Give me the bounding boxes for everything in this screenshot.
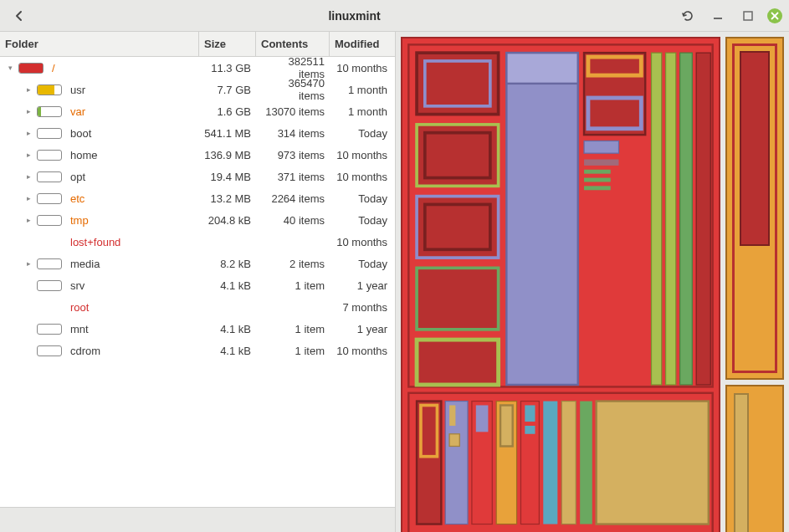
- svg-rect-24: [666, 53, 676, 385]
- window-controls: [677, 5, 782, 27]
- folder-name: cdrom: [70, 345, 100, 357]
- svg-rect-41: [561, 402, 576, 524]
- table-row[interactable]: ▸var1.6 GB13070 items1 month: [0, 100, 395, 122]
- chevron-right-icon[interactable]: ▸: [23, 216, 33, 224]
- column-modified[interactable]: Modified: [330, 32, 392, 56]
- usage-bar: [37, 345, 62, 356]
- usage-bar: [37, 106, 62, 117]
- minimize-button[interactable]: [707, 5, 729, 27]
- column-folder[interactable]: Folder: [0, 32, 199, 56]
- chevron-right-icon[interactable]: ▸: [23, 107, 33, 115]
- usage-bar: [37, 84, 62, 95]
- treemap-panel: [396, 32, 789, 532]
- table-row[interactable]: ▸tmp204.8 kB40 itemsToday: [0, 209, 395, 231]
- svg-rect-39: [525, 426, 535, 434]
- table-row[interactable]: ▾/11.3 GB382511 items10 months: [0, 57, 395, 79]
- folder-cell[interactable]: cdrom: [0, 345, 199, 357]
- svg-rect-16: [588, 57, 641, 75]
- side-block-top[interactable]: [725, 37, 784, 380]
- table-row[interactable]: ▸opt19.4 MB371 items10 months: [0, 166, 395, 187]
- folder-cell[interactable]: mnt: [0, 323, 199, 335]
- table-row[interactable]: root7 months: [0, 296, 395, 318]
- contents-cell: 1 item: [256, 279, 330, 292]
- table-row[interactable]: ▸media8.2 kB2 itemsToday: [0, 253, 395, 274]
- table-row[interactable]: ▸etc13.2 MB2264 itemsToday: [0, 187, 395, 209]
- svg-rect-22: [584, 186, 611, 190]
- chevron-down-icon[interactable]: ▾: [5, 64, 15, 72]
- svg-rect-11: [417, 268, 499, 329]
- contents-cell: 371 items: [256, 171, 330, 183]
- table-row[interactable]: ▸home136.9 MB973 items10 months: [0, 144, 395, 166]
- usage-bar: [37, 258, 62, 269]
- usage-bar: [37, 128, 62, 139]
- folder-cell[interactable]: lost+found: [0, 236, 199, 248]
- table-row[interactable]: lost+found10 months: [0, 231, 395, 253]
- close-button[interactable]: [767, 8, 782, 23]
- chevron-right-icon[interactable]: ▸: [23, 151, 33, 159]
- svg-rect-23: [652, 53, 662, 385]
- folder-cell[interactable]: ▾/: [0, 62, 199, 74]
- table-row[interactable]: cdrom4.1 kB1 item10 months: [0, 340, 395, 361]
- svg-rect-29: [421, 405, 438, 456]
- refresh-button[interactable]: [677, 5, 699, 27]
- folder-name: usr: [70, 84, 85, 96]
- modified-cell: 10 months: [330, 345, 392, 357]
- modified-cell: 1 year: [330, 323, 392, 335]
- svg-rect-38: [525, 405, 535, 422]
- chevron-right-icon[interactable]: ▸: [23, 259, 33, 268]
- size-cell: 8.2 kB: [199, 258, 256, 270]
- usage-bar: [37, 150, 62, 161]
- svg-rect-20: [584, 170, 611, 174]
- svg-rect-17: [588, 98, 641, 129]
- svg-rect-8: [425, 133, 490, 178]
- contents-cell: 2 items: [256, 258, 330, 270]
- folder-name: media: [70, 258, 100, 270]
- folder-name: srv: [70, 279, 85, 292]
- table-row[interactable]: srv4.1 kB1 item1 year: [0, 274, 395, 296]
- modified-cell: Today: [330, 192, 392, 205]
- svg-rect-19: [584, 160, 618, 166]
- folder-cell[interactable]: ▸var: [0, 105, 199, 118]
- contents-cell: 314 items: [256, 127, 330, 140]
- tree-body[interactable]: ▾/11.3 GB382511 items10 months▸usr7.7 GB…: [0, 57, 395, 507]
- folder-cell[interactable]: ▸usr: [0, 84, 199, 96]
- folder-cell[interactable]: ▸opt: [0, 171, 199, 183]
- svg-rect-14: [506, 53, 577, 84]
- chevron-right-icon[interactable]: ▸: [23, 129, 33, 137]
- folder-cell[interactable]: ▸etc: [0, 192, 199, 205]
- modified-cell: 1 year: [330, 279, 392, 292]
- svg-rect-6: [425, 61, 490, 106]
- table-row[interactable]: mnt4.1 kB1 item1 year: [0, 318, 395, 340]
- treemap-side[interactable]: [725, 37, 784, 532]
- folder-cell[interactable]: ▸boot: [0, 127, 199, 140]
- contents-cell: 2264 items: [256, 192, 330, 205]
- svg-rect-21: [584, 178, 611, 182]
- side-block-mid[interactable]: [725, 385, 784, 532]
- chevron-right-icon[interactable]: ▸: [23, 194, 33, 202]
- chevron-right-icon[interactable]: ▸: [23, 85, 33, 94]
- treemap-wrap: [401, 37, 784, 532]
- table-row[interactable]: ▸usr7.7 GB365470 items1 month: [0, 79, 395, 100]
- svg-rect-1: [744, 12, 752, 20]
- table-row[interactable]: ▸boot541.1 MB314 itemsToday: [0, 122, 395, 144]
- usage-bar: [37, 171, 62, 182]
- folder-cell[interactable]: ▸media: [0, 258, 199, 270]
- folder-cell[interactable]: srv: [0, 279, 199, 292]
- modified-cell: 10 months: [330, 171, 392, 183]
- column-size[interactable]: Size: [199, 32, 256, 56]
- folder-name: root: [70, 301, 89, 314]
- treemap-main[interactable]: [401, 37, 720, 532]
- maximize-button[interactable]: [737, 5, 759, 27]
- folder-cell[interactable]: ▸tmp: [0, 214, 199, 227]
- size-cell: 204.8 kB: [199, 214, 256, 227]
- size-cell: 19.4 MB: [199, 171, 256, 183]
- folder-cell[interactable]: root: [0, 301, 199, 314]
- chevron-right-icon[interactable]: ▸: [23, 172, 33, 181]
- contents-cell: 40 items: [256, 214, 330, 227]
- back-button[interactable]: [7, 4, 32, 28]
- contents-cell: 1 item: [256, 323, 330, 335]
- svg-rect-34: [476, 405, 489, 432]
- column-contents[interactable]: Contents: [256, 32, 330, 56]
- modified-cell: Today: [330, 127, 392, 140]
- folder-cell[interactable]: ▸home: [0, 149, 199, 161]
